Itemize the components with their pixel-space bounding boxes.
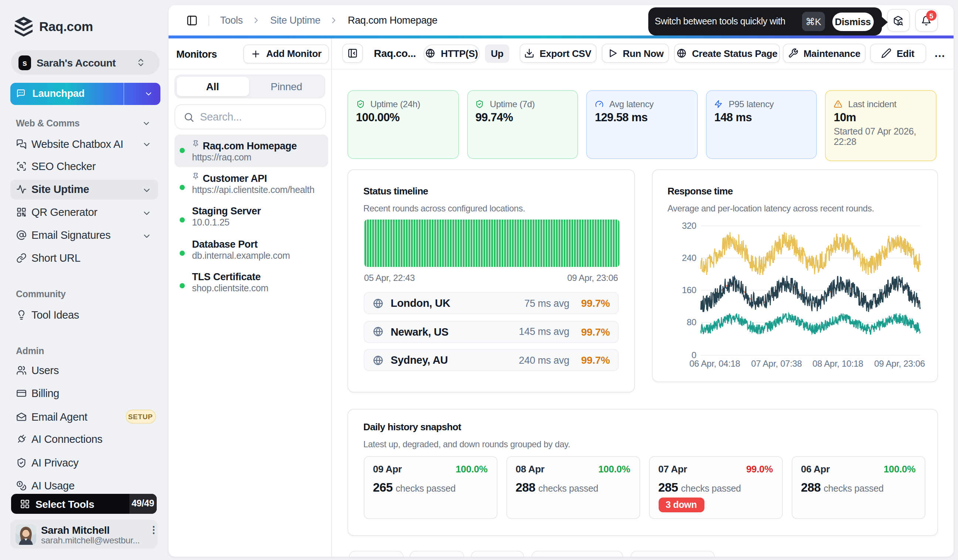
svg-text:08 Apr, 10:18: 08 Apr, 10:18 [812, 358, 863, 368]
svg-text:07 Apr, 07:38: 07 Apr, 07:38 [751, 358, 801, 368]
svg-text:320: 320 [682, 220, 696, 230]
svg-text:09 Apr, 23:06: 09 Apr, 23:06 [874, 358, 925, 368]
svg-text:240: 240 [682, 252, 696, 262]
svg-text:80: 80 [686, 317, 696, 327]
svg-text:160: 160 [682, 285, 696, 295]
svg-text:06 Apr, 04:18: 06 Apr, 04:18 [689, 358, 739, 368]
